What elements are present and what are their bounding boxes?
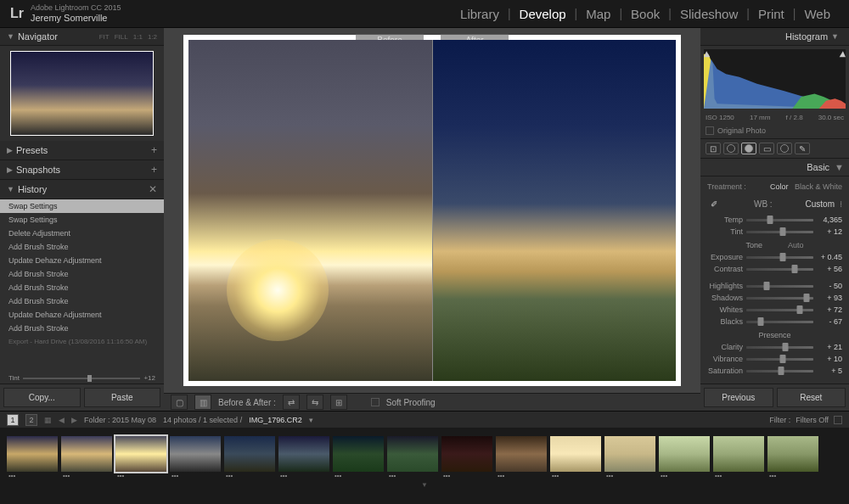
history-item[interactable]: Add Brush Stroke [0, 281, 164, 294]
chevron-down-icon: ▼ [7, 32, 14, 41]
treatment-bw[interactable]: Black & White [795, 182, 842, 191]
soft-proof-label: Soft Proofing [386, 398, 436, 407]
ba-mode-2-button[interactable]: ⇆ [306, 395, 323, 410]
history-item[interactable]: Add Brush Stroke [0, 294, 164, 308]
soft-proof-checkbox[interactable] [371, 398, 380, 406]
navigator-header[interactable]: ▼ Navigator FITFILL1:11:2 [0, 28, 164, 46]
close-icon[interactable]: ✕ [149, 183, 157, 195]
gradient-tool[interactable]: ▭ [759, 143, 774, 154]
reset-button[interactable]: Reset [777, 388, 846, 407]
filmstrip-thumb[interactable]: ••• [659, 436, 710, 472]
module-picker: Library|Develop|Map|Book|Slideshow|Print… [452, 7, 839, 21]
filmstrip-thumb[interactable]: ••• [224, 436, 275, 472]
contrast-slider[interactable]: Contrast + 56 [706, 263, 844, 275]
display-1-button[interactable]: 1 [7, 414, 19, 426]
loupe-view-button[interactable]: ▢ [171, 395, 188, 410]
paste-button[interactable]: Paste [84, 388, 161, 407]
image-frame[interactable]: Before After [183, 35, 681, 386]
tint-slider[interactable]: Tint + 12 [706, 226, 844, 238]
history-item[interactable]: Export - Hard Drive (13/08/2016 11:16:50… [0, 335, 164, 348]
copy-button[interactable]: Copy... [3, 388, 81, 407]
histogram-display[interactable] [704, 49, 846, 109]
exposure-slider[interactable]: Exposure + 0.45 [706, 251, 844, 263]
history-item[interactable]: Delete Adjustment [0, 227, 164, 240]
navigator-zoom[interactable]: FITFILL1:11:2 [99, 33, 157, 41]
plus-icon[interactable]: + [151, 164, 157, 176]
presets-header[interactable]: ▶ Presets + [0, 141, 164, 160]
history-header[interactable]: ▼ History ✕ [0, 180, 164, 199]
user-name[interactable]: Jeremy Somerville [31, 13, 121, 23]
filmstrip-thumb[interactable]: ••• [387, 436, 438, 472]
filmstrip-thumb[interactable]: ••• [604, 436, 655, 472]
navigator-preview[interactable] [10, 51, 154, 136]
history-item[interactable]: Swap Settings [0, 213, 164, 227]
filmstrip-thumb[interactable]: ••• [441, 436, 492, 472]
redeye-tool[interactable] [741, 143, 756, 154]
next-icon[interactable]: ▶ [71, 416, 77, 424]
vibrance-slider[interactable]: Vibrance + 10 [706, 353, 844, 365]
module-develop[interactable]: Develop [511, 7, 575, 21]
grid-icon[interactable]: ▦ [44, 416, 52, 424]
filmstrip-thumb[interactable]: ••• [767, 436, 818, 472]
radial-tool[interactable] [777, 143, 792, 154]
histogram-header[interactable]: Histogram ▼ [700, 28, 849, 46]
plus-icon[interactable]: + [151, 144, 157, 156]
ba-mode-3-button[interactable]: ⊞ [330, 395, 347, 410]
left-panel: ▼ Navigator FITFILL1:11:2 ▶ Presets + ▶ … [0, 28, 164, 411]
shadows-slider[interactable]: Shadows + 93 [706, 292, 844, 304]
display-2-button[interactable]: 2 [25, 414, 37, 426]
filmstrip-thumb[interactable]: ••• [278, 436, 329, 472]
treatment-color[interactable]: Color [770, 182, 789, 191]
auto-tone-button[interactable]: Auto [788, 241, 804, 249]
previous-button[interactable]: Previous [704, 388, 773, 407]
filmstrip[interactable]: ••••••••••••••••••••••••••••••••••••••••… [0, 428, 849, 480]
brush-tool[interactable]: ✎ [795, 143, 810, 154]
prev-icon[interactable]: ◀ [59, 416, 65, 424]
basic-header[interactable]: Basic ▼ [700, 159, 849, 176]
eyedropper-icon[interactable]: ✐ [707, 197, 721, 210]
saturation-slider[interactable]: Saturation + 5 [706, 365, 844, 377]
temp-slider[interactable]: Temp 4,365 [706, 214, 844, 226]
spot-tool[interactable] [723, 143, 739, 154]
history-item[interactable]: Add Brush Stroke [0, 267, 164, 281]
right-panel: Histogram ▼ ISO 1250 17 mm f / 2.8 30.0 … [700, 28, 849, 411]
aperture-value: f / 2.8 [786, 114, 803, 121]
filmstrip-thumb[interactable]: ••• [550, 436, 601, 472]
module-print[interactable]: Print [750, 7, 793, 21]
folder-path[interactable]: Folder : 2015 May 08 [84, 416, 156, 424]
snapshots-header[interactable]: ▶ Snapshots + [0, 160, 164, 180]
presence-title: Presence [758, 331, 790, 339]
filmstrip-thumb[interactable]: ••• [115, 436, 166, 472]
history-item[interactable]: Swap Settings [0, 199, 164, 213]
filmstrip-thumb[interactable]: ••• [496, 436, 547, 472]
history-item[interactable]: Update Dehaze Adjustment [0, 254, 164, 267]
module-slideshow[interactable]: Slideshow [672, 7, 746, 21]
whites-slider[interactable]: Whites + 72 [706, 304, 844, 316]
tint-value: +12 [143, 374, 155, 382]
filmstrip-thumb[interactable]: ••• [61, 436, 112, 472]
module-book[interactable]: Book [622, 7, 668, 21]
history-tint-row: Tint +12 [0, 372, 164, 384]
crop-tool[interactable]: ⊡ [706, 143, 721, 154]
module-map[interactable]: Map [577, 7, 619, 21]
module-web[interactable]: Web [796, 7, 839, 21]
filter-toggle[interactable] [834, 416, 842, 424]
blacks-slider[interactable]: Blacks - 67 [706, 316, 844, 328]
module-library[interactable]: Library [452, 7, 508, 21]
filmstrip-thumb[interactable]: ••• [170, 436, 221, 472]
ba-mode-1-button[interactable]: ⇄ [283, 395, 300, 410]
filmstrip-thumb[interactable]: ••• [7, 436, 58, 472]
wb-value[interactable]: Custom [806, 199, 835, 209]
filter-state[interactable]: Filters Off [796, 416, 829, 424]
before-after-button[interactable]: ▥ [194, 395, 211, 410]
history-item[interactable]: Update Dehaze Adjustment [0, 308, 164, 322]
filmstrip-thumb[interactable]: ••• [713, 436, 764, 472]
after-image [432, 40, 677, 381]
filmstrip-thumb[interactable]: ••• [333, 436, 384, 472]
history-item[interactable]: Add Brush Stroke [0, 322, 164, 335]
clarity-slider[interactable]: Clarity + 21 [706, 341, 844, 353]
collapse-filmstrip-icon[interactable]: ▼ [0, 480, 849, 489]
highlights-slider[interactable]: Highlights - 50 [706, 280, 844, 292]
original-photo-toggle[interactable]: Original Photo [700, 123, 849, 138]
history-item[interactable]: Add Brush Stroke [0, 240, 164, 254]
